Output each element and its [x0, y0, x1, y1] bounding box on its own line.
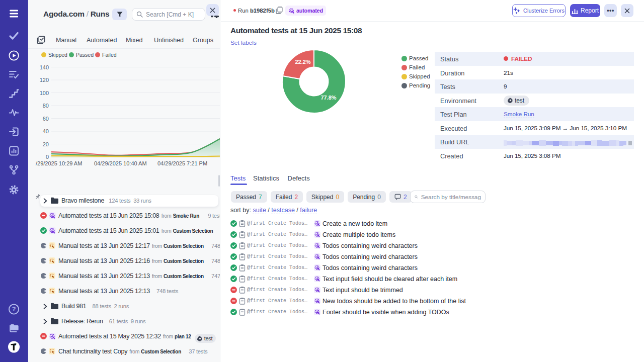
svg-text:77.8%: 77.8%	[320, 95, 336, 101]
svg-text:?: ?	[12, 306, 16, 313]
svg-text:22.2%: 22.2%	[295, 59, 310, 65]
